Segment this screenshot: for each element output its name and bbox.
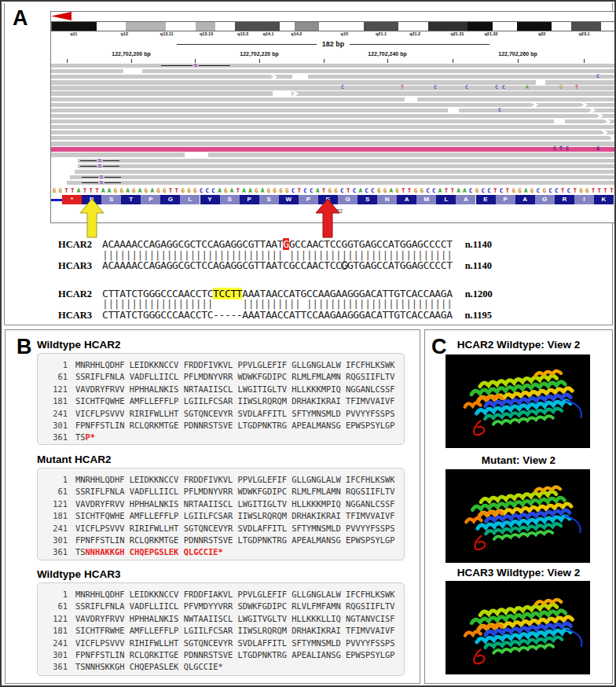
residue-number: 61 [47,601,68,613]
seq-base: C [302,186,309,195]
sequence-alignment-block: HCAR2ACAAAACCAGAGGCGCTCCAGAGGCGTTAATGGCC… [58,238,493,319]
read-row [51,164,615,168]
seq-base: G [266,186,272,195]
read-gap [405,97,417,101]
residue-number: 301 [47,650,68,662]
span-label: 182 bp [317,40,350,48]
ruler-tick-label: 122,702,240 bp [368,51,406,57]
seq-base: C [566,186,572,195]
clip-letter: S [98,181,104,185]
ideogram-band-label: q23.1 [578,31,589,36]
snp-letter: T [575,86,578,90]
read-row [51,159,615,163]
seq-base: G [51,186,57,195]
ideogram-band-label: q13.11 [160,31,174,36]
seq-base: A [259,186,266,195]
snp-letter: C [553,147,556,151]
alignment-gene-label: HCAR3 [58,310,102,321]
residues: TS [75,432,86,444]
aa-cell: S [259,195,279,204]
clip-letter: S [97,159,103,163]
read-end-chevron [609,136,615,140]
protein-sequence-line: 241VICFLPSVVV RIHIFWLLHT SGTQNCEVYR SVDL… [47,638,404,650]
yellow-arrow [79,198,105,239]
ribbon-helix [535,599,561,604]
seq-base: T [321,186,327,195]
aa-cell: K [594,195,614,204]
read-row [51,91,615,95]
reference-sequence-track: GGTTATTTAAGGAGAGAGGTTGGGCCCAGATAAGAGGGGC… [51,186,615,195]
seq-base: C [204,186,211,195]
structure-image [446,355,590,448]
seq-base: C [364,186,370,195]
bases: CTTATCTGGGCCCAACCTC-----AAATAACCATTCCAAG… [102,309,453,321]
read-gap [51,170,75,174]
seq-base: G [57,186,64,195]
residue-number: 241 [47,638,68,650]
aa-cell: S [358,195,377,204]
read-end-chevron [292,91,299,95]
protein-ribbon-graphic [446,469,590,563]
protein-sequence-box: 1MNRHHLQDHF LEIDKKNCCV FRDDFIVKVL PPVLGL… [37,468,405,560]
seq-base: T [235,186,241,195]
seq-base: T [69,186,75,195]
snp-letter: C [498,108,501,112]
residue-number: 61 [47,372,68,384]
seq-base: A [461,186,468,195]
ideogram-band [601,22,616,31]
protein-section-title: Wildtype HCAR2 [37,339,120,351]
residues: MNRHHLQDHF LEIDKKNCCV FRDDFIAKVL PPVLGLE… [75,590,395,601]
ribbon-loop [473,649,485,664]
residue-number: 301 [47,535,68,547]
read-row [51,97,615,101]
seq-base: C [431,186,437,195]
clip-line [82,182,98,183]
seq-base: T [88,186,94,195]
residues: VAVDRYFRVV HPHHALNKIS NRTAAIISCL LWGITIG… [75,499,395,511]
residues: VICFLPSVVV RIHIFWLLHT SGTQNCEVYR SVDLAFF… [75,638,395,650]
read-row [51,103,615,107]
seq-base: G [253,186,259,195]
alignment-seq-row: HCAR2CTTATCTGGGCCCAACCTCTCCTTAAATAACCATG… [58,288,493,299]
seq-base: A [137,186,143,195]
residues: SSRIFLFNLA VADFLLIICL PFVMDYYVRR SDWKFGD… [75,601,395,613]
snp-letter: C [502,86,505,90]
seq-base: G [419,186,425,195]
ruler-tick [584,59,585,63]
bases: GTGAGCCATGGAGCCCCT [347,259,453,271]
read-row [51,69,615,73]
ribbon-helix [535,370,561,376]
snp-letter: T [559,147,563,151]
seq-base: C [486,186,493,195]
read-row [51,152,615,156]
nucleotide-position: n.1200 [465,288,493,300]
aa-cell: P [496,195,515,204]
protein-sequence-box: 1MNRHHLQDHF LEIDKKNCCV FRDDFIVKVL PPVLGL… [37,353,405,445]
protein-sequence-line: 301FPNFFSTLIN RCLQRKMTGE PDNNRSTSVE LTGD… [47,421,404,432]
snp-letter: C [434,86,437,90]
panel-b-label: B [16,336,32,358]
residues: SICHTFQWHE AMFLLEFFLP LGIILFCSAR IIWSLRQ… [75,396,395,408]
seq-base: G [517,186,523,195]
seq-base: G [180,186,186,195]
residue-number: 181 [47,511,68,523]
seq-base: G [272,186,278,195]
ideogram-band-label: q12 [121,31,128,36]
aa-cell: N [377,195,397,204]
ideogram-band-label: q13.3 [237,31,248,36]
aa-cell: I [574,195,594,204]
ideogram-band [552,22,571,31]
residue-number: 361 [47,547,68,559]
residues: VICFLPSVVV RIRIFWLLHT SGTQNCEVYR SVDLAFF… [75,524,395,535]
seq-base: G [277,186,284,195]
nucleotide-position: n.1195 [465,310,492,321]
clip-line [80,166,97,167]
alignment-gene-label: HCAR2 [58,288,102,300]
seq-base: A [217,186,223,195]
protein-sequence-line: 181SICHTFQWHE AMFLLEFFLP LGIILFCSAR IIWS… [47,511,404,523]
residue-number: 121 [47,614,68,626]
soft-clip-marker: S [161,64,230,68]
protein-section-title: Wildtype HCAR3 [37,568,120,580]
read-row [51,80,615,84]
seq-base: T [400,186,406,195]
